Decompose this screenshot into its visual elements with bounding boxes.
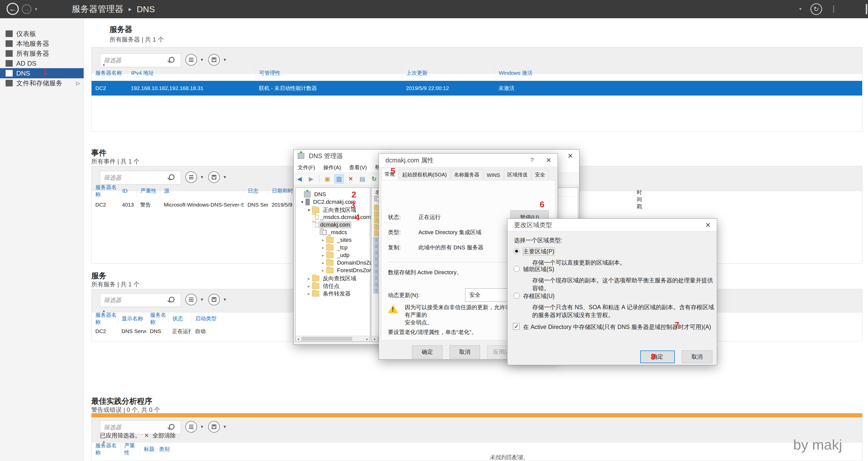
expand-arrow-icon[interactable]: ▷	[76, 80, 80, 86]
change-zone-close-icon[interactable]: ✕	[699, 219, 717, 231]
tree-node-label[interactable]: DNS	[313, 191, 328, 198]
tree-node-label[interactable]: 信任点	[321, 282, 341, 290]
column-header[interactable]: 服务器名称▲	[92, 66, 127, 80]
save-query-caret-icon[interactable]: ▼	[223, 425, 227, 429]
scroll-thumb[interactable]	[302, 337, 352, 341]
tab-2[interactable]: 名称服务器	[451, 169, 483, 180]
tree-node-dc2-dcmakj-com[interactable]: ▾DC2.dcmakj.com	[299, 198, 357, 205]
store-in-ad-checkbox[interactable]	[513, 323, 520, 330]
tree-node-label[interactable]: 反向查找区域	[321, 274, 358, 283]
forward-icon[interactable]: ▶	[307, 174, 316, 184]
ok-button[interactable]: 确定	[640, 351, 675, 363]
column-header[interactable]: 源	[160, 185, 244, 197]
properties-titlebar[interactable]: dcmakj.com 属性 ? ✕	[379, 154, 558, 167]
tree-node-_msdcs-dcmakj-com[interactable]: ▸_msdcs.dcmakj.com	[312, 213, 372, 221]
console-window-icon[interactable]: ▥	[335, 174, 344, 184]
forward-icon[interactable]: →	[22, 4, 31, 14]
save-query-button[interactable]	[208, 421, 220, 433]
ok-button[interactable]: 确定	[412, 345, 442, 359]
column-header[interactable]: 服务器名称	[92, 185, 118, 197]
save-query-button[interactable]	[208, 171, 220, 183]
zone-type-radio-0[interactable]	[514, 248, 520, 254]
column-header[interactable]: 类别	[155, 443, 358, 455]
save-query-caret-icon[interactable]: ▼	[223, 58, 227, 62]
tree-expander-icon[interactable]: ▸	[320, 253, 327, 258]
save-query-caret-icon[interactable]: ▼	[223, 297, 227, 302]
tree-expander-icon[interactable]: ▾	[299, 199, 306, 205]
tree-hscrollbar[interactable]: ◂ ▸	[296, 336, 370, 341]
zone-type-label-2[interactable]: 存根区域(U)	[523, 292, 555, 300]
cancel-button[interactable]: 取消	[682, 351, 712, 363]
store-in-ad-label[interactable]: 在 Active Directory 中存储区域(只有 DNS 服务器是域控制器…	[523, 323, 711, 331]
column-header[interactable]: 严重性	[120, 443, 140, 455]
column-header[interactable]: 服务名称	[146, 312, 168, 325]
scroll-left-icon[interactable]: ◂	[371, 336, 377, 342]
help-icon[interactable]: ?	[523, 154, 541, 167]
tree-node-_udp[interactable]: ▸_udp	[320, 252, 351, 259]
tree-node-dcmakj-com[interactable]: ▾dcmakj.com	[312, 221, 351, 228]
menu-view[interactable]: 查看(V)	[345, 162, 371, 173]
tab-5[interactable]: 安全	[532, 169, 549, 180]
refresh-icon[interactable]: ↻	[369, 174, 379, 184]
nav-caret-icon[interactable]: ▾	[35, 7, 37, 12]
zone-type-label-0[interactable]: 主要区域(P)	[523, 248, 554, 256]
tree-node--[interactable]: ▸反向查找区域	[306, 274, 358, 283]
clear-filter-x-icon[interactable]: ✕	[144, 432, 149, 439]
sidebar-item-3[interactable]: AD DS	[0, 58, 84, 68]
tree-node-label[interactable]: 条件转发器	[321, 290, 352, 298]
notifications-caret-icon[interactable]: ▾	[799, 6, 802, 12]
zone-type-radio-2[interactable]	[514, 293, 520, 299]
sidebar-item-dns[interactable]: DNS	[0, 68, 84, 78]
cancel-button[interactable]: 取消	[450, 345, 480, 359]
menu-file[interactable]: 文件(F)	[293, 162, 319, 173]
tab-0[interactable]: 常规	[381, 168, 398, 181]
scroll-left-icon[interactable]: ◂	[296, 336, 301, 342]
scroll-right-icon[interactable]: ▸	[364, 336, 370, 342]
tree-expander-icon[interactable]: ▾	[306, 207, 312, 213]
save-query-caret-icon[interactable]: ▼	[223, 175, 227, 179]
menu-action[interactable]: 操作(A)	[319, 162, 345, 173]
column-header[interactable]: 服务器名称▲	[92, 312, 118, 325]
sidebar-item-0[interactable]: 仪表板	[0, 29, 84, 39]
breadcrumb-app[interactable]: 服务器管理器	[72, 3, 123, 15]
tab-4[interactable]: 区域传送	[504, 169, 531, 180]
dns-manager-close-icon[interactable]: ✕	[561, 150, 579, 162]
clear-all-filters[interactable]: 全部清除	[152, 432, 176, 439]
change-zone-titlebar[interactable]: 更改区域类型 ✕	[507, 219, 717, 231]
tree-node-label[interactable]: _tcp	[336, 244, 349, 251]
tree-node-forestdnszones[interactable]: ▸ForestDnsZones	[320, 267, 380, 274]
column-header[interactable]: 日志	[244, 185, 268, 197]
properties-list-icon[interactable]: ▤	[358, 174, 367, 184]
column-header-timestamp[interactable]: 时间戳	[637, 189, 642, 210]
column-header[interactable]: Windows 激活	[495, 66, 698, 80]
tree-expander-icon[interactable]: ▸	[306, 284, 312, 289]
column-header[interactable]: 标题	[140, 443, 155, 455]
tree-expander-icon[interactable]: ▸	[320, 268, 327, 273]
tree-node-label[interactable]: _sites	[336, 236, 353, 243]
column-header[interactable]: 服务器名称▲	[92, 443, 120, 455]
tree-node-label[interactable]: dcmakj.com	[319, 221, 351, 228]
servers-row[interactable]: DC2192.168.10.182,192.168.18.31联机 - 未启动性…	[92, 81, 862, 96]
tab-3[interactable]: WINS	[484, 170, 503, 180]
back-icon[interactable]: ◀	[295, 174, 304, 184]
tree-node-_msdcs[interactable]: ▸_msdcs	[320, 229, 349, 236]
tree-node-label[interactable]: _msdcs	[327, 229, 349, 236]
sidebar-item-5[interactable]: 文件和存储服务▷	[0, 78, 84, 88]
sidebar-item-2[interactable]: 所有服务器	[0, 48, 84, 59]
list-view-button[interactable]	[185, 171, 197, 183]
tree-node--[interactable]: ▸条件转发器	[306, 290, 352, 298]
tab-1[interactable]: 起始授权机构(SOA)	[399, 169, 450, 180]
column-header[interactable]: 显示名称	[118, 312, 146, 325]
tree-node-dns[interactable]: DNS	[298, 191, 328, 198]
tree-node--[interactable]: ▾正向查找区域	[306, 206, 358, 214]
list-view-caret-icon[interactable]: ▼	[200, 175, 204, 179]
tree-node-_tcp[interactable]: ▸_tcp	[320, 244, 349, 251]
folder-up-icon[interactable]: ▣	[323, 174, 332, 184]
column-header[interactable]: IPv4 地址	[127, 66, 255, 80]
column-header[interactable]: 可管理性	[255, 66, 402, 80]
list-view-caret-icon[interactable]: ▼	[200, 297, 204, 302]
tree-expander-icon[interactable]: ▸	[320, 237, 327, 243]
list-view-caret-icon[interactable]: ▼	[200, 425, 204, 429]
sidebar-item-1[interactable]: 本地服务器	[0, 38, 84, 49]
properties-close-icon[interactable]: ✕	[540, 154, 558, 167]
